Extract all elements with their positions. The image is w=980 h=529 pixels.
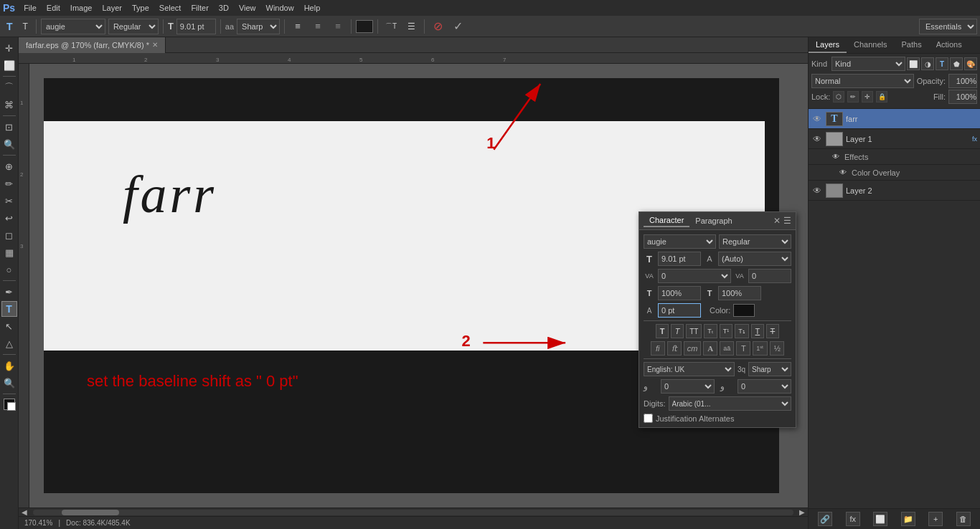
char-font-family-select[interactable]: augie: [644, 234, 716, 249]
char-language-select[interactable]: English: UK: [644, 362, 735, 376]
tab-actions[interactable]: Actions: [929, 37, 969, 53]
new-layer-btn[interactable]: +: [928, 512, 943, 526]
path-selection-tool[interactable]: ↖: [1, 318, 17, 334]
char-scale-v-input[interactable]: [658, 286, 701, 300]
layer-1-visibility[interactable]: 👁: [811, 133, 823, 145]
tab-layers[interactable]: Layers: [809, 37, 847, 53]
menu-window[interactable]: Window: [262, 2, 298, 14]
align-right-button[interactable]: ≡: [329, 19, 347, 34]
char-st-btn[interactable]: ст: [684, 341, 702, 356]
char-fl-btn[interactable]: ﬅ: [667, 341, 682, 356]
menu-image[interactable]: Image: [66, 2, 97, 14]
char-baseline-input[interactable]: [658, 303, 701, 318]
tab-close-button[interactable]: ✕: [152, 41, 158, 49]
char-smallcaps-btn[interactable]: Tₜ: [704, 324, 717, 338]
char-font-style-select[interactable]: Regular: [719, 234, 791, 249]
layer-farr[interactable]: 👁 T farr: [809, 109, 980, 129]
lasso-tool[interactable]: ⌒: [1, 80, 17, 95]
char-titling-btn[interactable]: T: [736, 341, 750, 356]
char-leading-select[interactable]: (Auto): [718, 252, 791, 266]
foreground-color[interactable]: [4, 399, 15, 410]
kind-select[interactable]: Kind: [831, 57, 905, 71]
cancel-button[interactable]: ⊘: [429, 19, 446, 34]
menu-filter[interactable]: Filter: [187, 2, 212, 14]
tab-paths[interactable]: Paths: [895, 37, 929, 53]
delete-layer-btn[interactable]: 🗑: [956, 512, 971, 526]
filter-shape-btn[interactable]: ⬟: [950, 57, 963, 70]
opacity-input[interactable]: [948, 74, 977, 88]
char-digits-select[interactable]: Arabic (01...: [669, 396, 791, 411]
font-size-input[interactable]: [176, 19, 216, 34]
scroll-right-arrow[interactable]: ▶: [796, 508, 808, 516]
char-aa-select[interactable]: Sharp: [748, 362, 791, 376]
menu-layer[interactable]: Layer: [98, 2, 126, 14]
warp-text-button[interactable]: ⌒T: [382, 19, 400, 34]
zoom-tool[interactable]: 🔍: [1, 375, 17, 391]
filter-adj-btn[interactable]: ◑: [921, 57, 934, 70]
align-left-button[interactable]: ≡: [289, 19, 306, 34]
font-style-select[interactable]: Regular: [108, 19, 159, 34]
crop-tool[interactable]: ⊡: [1, 119, 17, 135]
lock-all-btn[interactable]: 🔒: [876, 91, 887, 103]
char-fi-btn[interactable]: fi: [651, 341, 665, 356]
filter-pixel-btn[interactable]: ⬜: [907, 57, 920, 70]
clone-tool[interactable]: ✂: [1, 193, 17, 209]
move-tool[interactable]: ✛: [1, 40, 17, 56]
char-sub-btn[interactable]: T₁: [735, 324, 749, 338]
char-strike-btn[interactable]: T: [766, 324, 779, 338]
filter-type-btn[interactable]: T: [936, 57, 948, 70]
char-panel-menu-button[interactable]: ☰: [783, 216, 791, 226]
layer-2[interactable]: 👁 Layer 2: [809, 181, 980, 201]
char-swash-btn[interactable]: A: [703, 341, 717, 356]
pen-tool[interactable]: ✒: [1, 284, 17, 300]
blend-mode-select[interactable]: Normal: [811, 74, 914, 88]
char-scale-h-input[interactable]: [718, 286, 761, 300]
new-group-btn[interactable]: 📁: [901, 512, 915, 526]
scroll-thumb[interactable]: [62, 510, 119, 515]
brush-tool[interactable]: ✏: [1, 176, 17, 191]
healing-tool[interactable]: ⊕: [1, 158, 17, 174]
dodge-tool[interactable]: ○: [1, 262, 17, 277]
layer-1[interactable]: 👁 Layer 1 fx: [809, 129, 980, 149]
add-style-btn[interactable]: fx: [846, 512, 860, 526]
menu-select[interactable]: Select: [155, 2, 186, 14]
aa-mode-select[interactable]: Sharp: [237, 19, 280, 34]
text-color-swatch[interactable]: [356, 20, 373, 33]
horizontal-scrollbar[interactable]: ◀ ▶: [19, 507, 808, 516]
char-super-btn[interactable]: T¹: [720, 324, 733, 338]
hand-tool[interactable]: ✋: [1, 358, 17, 373]
color-overlay-visibility[interactable]: 👁: [837, 167, 849, 178]
canvas-tab[interactable]: farfar.eps @ 170% (farr, CMYK/8) * ✕: [19, 37, 166, 53]
fill-input[interactable]: [948, 90, 977, 104]
char-fraction-btn[interactable]: ½: [770, 341, 784, 356]
justification-checkbox[interactable]: [644, 414, 653, 423]
char-ordinal-btn[interactable]: 1ˢᵗ: [753, 341, 768, 356]
menu-help[interactable]: Help: [300, 2, 325, 14]
align-center-button[interactable]: ≡: [309, 19, 326, 34]
scroll-track[interactable]: [33, 510, 793, 515]
lock-transparent-btn[interactable]: ⬡: [833, 91, 844, 103]
history-tool[interactable]: ↩: [1, 210, 17, 226]
type-tool-button[interactable]: T: [3, 19, 17, 34]
wand-tool[interactable]: ⌘: [1, 97, 17, 113]
essentials-select[interactable]: Essentials: [919, 19, 977, 34]
char-arabic2-select[interactable]: 0: [738, 379, 791, 394]
menu-type[interactable]: Type: [128, 2, 154, 14]
menu-file[interactable]: File: [19, 2, 41, 14]
char-allcaps-btn[interactable]: TT: [686, 324, 702, 338]
eraser-tool[interactable]: ◻: [1, 227, 17, 243]
char-panel-close-button[interactable]: ✕: [773, 216, 781, 226]
char-alt-btn[interactable]: aā: [720, 341, 734, 356]
link-layers-btn[interactable]: 🔗: [818, 512, 832, 526]
char-arabic1-select[interactable]: 0: [661, 379, 715, 394]
marquee-tool[interactable]: ⬜: [1, 57, 17, 73]
menu-view[interactable]: View: [235, 2, 260, 14]
layer-2-visibility[interactable]: 👁: [811, 185, 823, 196]
filter-smart-btn[interactable]: 🎨: [964, 57, 977, 70]
type-tool[interactable]: T: [1, 301, 17, 317]
effects-visibility[interactable]: 👁: [830, 151, 842, 163]
char-tab-character[interactable]: Character: [644, 214, 689, 227]
char-color-swatch[interactable]: [733, 304, 755, 317]
char-tracking-input[interactable]: [748, 269, 791, 283]
scroll-left-arrow[interactable]: ◀: [19, 508, 30, 516]
